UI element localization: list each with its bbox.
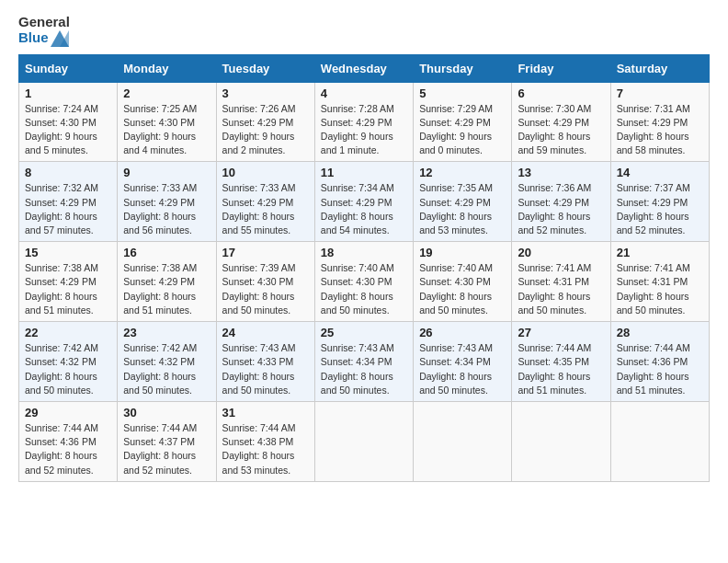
day-number: 3 [222, 86, 309, 100]
day-cell: 22Sunrise: 7:42 AMSunset: 4:32 PMDayligh… [19, 322, 118, 402]
day-number: 25 [321, 326, 407, 339]
day-number: 14 [617, 166, 703, 179]
col-header-monday: Monday [118, 54, 216, 82]
day-number: 24 [222, 326, 309, 339]
day-cell [610, 402, 709, 482]
day-info: Sunrise: 7:44 AMSunset: 4:36 PMDaylight:… [25, 422, 98, 476]
day-cell: 20Sunrise: 7:41 AMSunset: 4:31 PMDayligh… [512, 242, 610, 322]
day-number: 21 [617, 246, 703, 259]
day-cell: 3Sunrise: 7:26 AMSunset: 4:29 PMDaylight… [216, 82, 314, 162]
day-info: Sunrise: 7:41 AMSunset: 4:31 PMDaylight:… [518, 262, 591, 316]
logo-arrow-icon [51, 30, 69, 47]
day-info: Sunrise: 7:37 AMSunset: 4:29 PMDaylight:… [617, 182, 690, 236]
day-info: Sunrise: 7:43 AMSunset: 4:34 PMDaylight:… [419, 342, 493, 396]
col-header-thursday: Thursday [414, 54, 512, 82]
col-header-friday: Friday [512, 54, 610, 82]
day-number: 19 [419, 246, 506, 259]
day-number: 1 [25, 86, 111, 100]
day-number: 6 [518, 86, 604, 100]
day-cell: 5Sunrise: 7:29 AMSunset: 4:29 PMDaylight… [414, 82, 512, 162]
day-cell: 8Sunrise: 7:32 AMSunset: 4:29 PMDaylight… [19, 162, 118, 242]
day-number: 2 [123, 86, 210, 100]
day-cell: 29Sunrise: 7:44 AMSunset: 4:36 PMDayligh… [19, 402, 118, 482]
day-cell: 30Sunrise: 7:44 AMSunset: 4:37 PMDayligh… [118, 402, 216, 482]
day-info: Sunrise: 7:40 AMSunset: 4:30 PMDaylight:… [419, 262, 493, 316]
week-row-2: 8Sunrise: 7:32 AMSunset: 4:29 PMDaylight… [19, 162, 710, 242]
day-cell: 26Sunrise: 7:43 AMSunset: 4:34 PMDayligh… [414, 322, 512, 402]
day-number: 7 [617, 86, 703, 100]
day-cell: 23Sunrise: 7:42 AMSunset: 4:32 PMDayligh… [118, 322, 216, 402]
day-number: 18 [321, 246, 407, 259]
day-info: Sunrise: 7:26 AMSunset: 4:29 PMDaylight:… [222, 103, 296, 156]
logo-text-blue: Blue [18, 30, 69, 47]
day-cell: 28Sunrise: 7:44 AMSunset: 4:36 PMDayligh… [610, 322, 709, 402]
day-cell: 6Sunrise: 7:30 AMSunset: 4:29 PMDaylight… [512, 82, 610, 162]
day-info: Sunrise: 7:32 AMSunset: 4:29 PMDaylight:… [25, 182, 98, 236]
day-cell [512, 402, 610, 482]
day-cell: 2Sunrise: 7:25 AMSunset: 4:30 PMDaylight… [118, 82, 216, 162]
day-cell: 19Sunrise: 7:40 AMSunset: 4:30 PMDayligh… [414, 242, 512, 322]
day-info: Sunrise: 7:44 AMSunset: 4:36 PMDaylight:… [617, 342, 690, 396]
week-row-5: 29Sunrise: 7:44 AMSunset: 4:36 PMDayligh… [19, 402, 710, 482]
day-number: 27 [518, 326, 604, 339]
day-info: Sunrise: 7:43 AMSunset: 4:34 PMDaylight:… [321, 342, 394, 396]
day-info: Sunrise: 7:31 AMSunset: 4:29 PMDaylight:… [617, 103, 690, 156]
day-info: Sunrise: 7:39 AMSunset: 4:30 PMDaylight:… [222, 262, 296, 316]
day-number: 11 [321, 166, 407, 179]
day-info: Sunrise: 7:38 AMSunset: 4:29 PMDaylight:… [25, 262, 98, 316]
day-cell: 10Sunrise: 7:33 AMSunset: 4:29 PMDayligh… [216, 162, 314, 242]
logo: General Blue [18, 15, 70, 47]
day-cell: 7Sunrise: 7:31 AMSunset: 4:29 PMDaylight… [610, 82, 709, 162]
col-header-wednesday: Wednesday [314, 54, 413, 82]
day-cell: 14Sunrise: 7:37 AMSunset: 4:29 PMDayligh… [610, 162, 709, 242]
day-number: 15 [25, 246, 111, 259]
day-cell: 31Sunrise: 7:44 AMSunset: 4:38 PMDayligh… [216, 402, 314, 482]
header-row: SundayMondayTuesdayWednesdayThursdayFrid… [19, 54, 710, 82]
week-row-4: 22Sunrise: 7:42 AMSunset: 4:32 PMDayligh… [19, 322, 710, 402]
calendar-table: SundayMondayTuesdayWednesdayThursdayFrid… [18, 54, 710, 482]
day-number: 10 [222, 166, 309, 179]
day-cell: 15Sunrise: 7:38 AMSunset: 4:29 PMDayligh… [19, 242, 118, 322]
day-number: 20 [518, 246, 604, 259]
day-cell: 24Sunrise: 7:43 AMSunset: 4:33 PMDayligh… [216, 322, 314, 402]
day-info: Sunrise: 7:35 AMSunset: 4:29 PMDaylight:… [419, 182, 493, 236]
day-cell: 25Sunrise: 7:43 AMSunset: 4:34 PMDayligh… [314, 322, 413, 402]
col-header-tuesday: Tuesday [216, 54, 314, 82]
day-cell: 27Sunrise: 7:44 AMSunset: 4:35 PMDayligh… [512, 322, 610, 402]
day-cell: 21Sunrise: 7:41 AMSunset: 4:31 PMDayligh… [610, 242, 709, 322]
day-info: Sunrise: 7:44 AMSunset: 4:35 PMDaylight:… [518, 342, 591, 396]
day-number: 16 [123, 246, 210, 259]
day-info: Sunrise: 7:28 AMSunset: 4:29 PMDaylight:… [321, 103, 394, 156]
day-cell: 12Sunrise: 7:35 AMSunset: 4:29 PMDayligh… [414, 162, 512, 242]
day-info: Sunrise: 7:33 AMSunset: 4:29 PMDaylight:… [222, 182, 296, 236]
day-number: 12 [419, 166, 506, 179]
day-cell [314, 402, 413, 482]
day-cell: 18Sunrise: 7:40 AMSunset: 4:30 PMDayligh… [314, 242, 413, 322]
col-header-saturday: Saturday [610, 54, 709, 82]
day-number: 28 [617, 326, 703, 339]
day-cell: 16Sunrise: 7:38 AMSunset: 4:29 PMDayligh… [118, 242, 216, 322]
day-number: 30 [123, 406, 210, 419]
week-row-3: 15Sunrise: 7:38 AMSunset: 4:29 PMDayligh… [19, 242, 710, 322]
day-number: 4 [321, 86, 407, 100]
day-cell: 11Sunrise: 7:34 AMSunset: 4:29 PMDayligh… [314, 162, 413, 242]
day-info: Sunrise: 7:29 AMSunset: 4:29 PMDaylight:… [419, 103, 493, 156]
day-number: 23 [123, 326, 210, 339]
day-info: Sunrise: 7:43 AMSunset: 4:33 PMDaylight:… [222, 342, 296, 396]
col-header-sunday: Sunday [19, 54, 118, 82]
day-info: Sunrise: 7:38 AMSunset: 4:29 PMDaylight:… [123, 262, 197, 316]
day-info: Sunrise: 7:34 AMSunset: 4:29 PMDaylight:… [321, 182, 394, 236]
day-number: 9 [123, 166, 210, 179]
day-info: Sunrise: 7:44 AMSunset: 4:38 PMDaylight:… [222, 422, 296, 476]
day-number: 22 [25, 326, 111, 339]
week-row-1: 1Sunrise: 7:24 AMSunset: 4:30 PMDaylight… [19, 82, 710, 162]
day-info: Sunrise: 7:30 AMSunset: 4:29 PMDaylight:… [518, 103, 591, 156]
day-number: 31 [222, 406, 309, 419]
day-info: Sunrise: 7:36 AMSunset: 4:29 PMDaylight:… [518, 182, 591, 236]
day-number: 29 [25, 406, 111, 419]
day-number: 5 [419, 86, 506, 100]
day-cell: 17Sunrise: 7:39 AMSunset: 4:30 PMDayligh… [216, 242, 314, 322]
day-number: 17 [222, 246, 309, 259]
logo-text-general: General [18, 15, 70, 30]
day-number: 8 [25, 166, 111, 179]
